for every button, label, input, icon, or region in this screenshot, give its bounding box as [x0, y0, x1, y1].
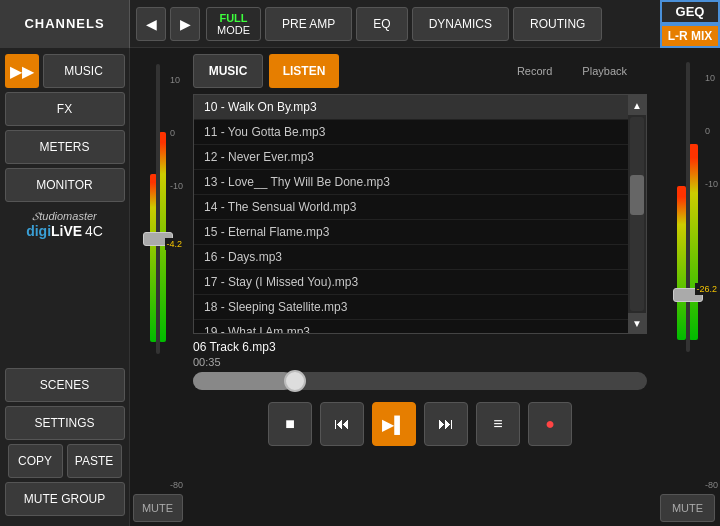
right-scale: 10 0 -10 — [705, 66, 718, 198]
monitor-button[interactable]: MONITOR — [5, 168, 125, 202]
play-icon: ▶▌ — [382, 415, 405, 434]
mute-group-button[interactable]: MUTE GROUP — [5, 482, 125, 516]
record-button[interactable]: ● — [528, 402, 572, 446]
full-mode-button[interactable]: FULL MODE — [206, 7, 261, 41]
scroll-up-button[interactable]: ▲ — [628, 95, 646, 115]
left-mute-button[interactable]: MUTE — [133, 494, 183, 522]
progress-bar[interactable] — [193, 372, 647, 390]
nav-arrows: ◀ ▶ — [130, 7, 206, 41]
eq-button[interactable]: EQ — [356, 7, 407, 41]
current-track-name: 06 Track 6.mp3 — [193, 340, 647, 354]
prev-icon: ⏮ — [334, 415, 350, 433]
progress-thumb[interactable] — [284, 370, 306, 392]
left-fader-track — [156, 64, 160, 354]
track-scrollbar: ▲ ▼ — [628, 95, 646, 333]
sidebar-bottom: SCENES SETTINGS COPY PASTE MUTE GROUP — [0, 368, 129, 520]
playback-controls: ■ ⏮ ▶▌ ⏭ ≡ ● — [185, 394, 655, 454]
music-label-button[interactable]: MUSIC — [193, 54, 263, 88]
track-list: 10 - Walk On By.mp311 - You Gotta Be.mp3… — [194, 95, 628, 333]
paste-button[interactable]: PASTE — [67, 444, 122, 478]
full-text: FULL — [219, 12, 247, 24]
next-button[interactable]: ⏭ — [424, 402, 468, 446]
scroll-down-button[interactable]: ▼ — [628, 313, 646, 333]
stop-icon: ■ — [285, 415, 295, 433]
copy-button[interactable]: COPY — [8, 444, 63, 478]
copy-paste-row: COPY PASTE — [8, 444, 122, 478]
track-item[interactable]: 13 - Love__ Thy Will Be Done.mp3 — [194, 170, 628, 195]
play-button[interactable]: ▶▶ — [5, 54, 39, 88]
track-item[interactable]: 11 - You Gotta Be.mp3 — [194, 120, 628, 145]
track-item[interactable]: 10 - Walk On By.mp3 — [194, 95, 628, 120]
left-db-label: -4.2 — [165, 238, 183, 250]
scenes-button[interactable]: SCENES — [5, 368, 125, 402]
nav-prev-button[interactable]: ◀ — [136, 7, 166, 41]
brand-logo: 𝓢tudiomaster digiLiVE 4C — [26, 210, 103, 239]
main-content: MUSIC LISTEN Record Playback 10 - Walk O… — [185, 48, 655, 526]
right-mute-button[interactable]: MUTE — [660, 494, 715, 522]
scroll-thumb[interactable] — [630, 175, 644, 215]
stop-button[interactable]: ■ — [268, 402, 312, 446]
now-playing: 06 Track 6.mp3 00:35 — [185, 334, 655, 394]
model-name: digiLiVE 4C — [26, 223, 103, 239]
music-top-button[interactable]: MUSIC — [43, 54, 125, 88]
track-item[interactable]: 15 - Eternal Flame.mp3 — [194, 220, 628, 245]
left-80-label: -80 — [170, 480, 183, 490]
left-fader-strip: 10 0 -10 -4.2 -80 MUTE — [130, 48, 185, 526]
listen-button[interactable]: LISTEN — [269, 54, 339, 88]
track-item[interactable]: 17 - Stay (I Missed You).mp3 — [194, 270, 628, 295]
player-header: MUSIC LISTEN Record Playback — [185, 48, 655, 94]
mode-text: MODE — [217, 24, 250, 36]
right-meter-R — [689, 144, 698, 340]
fx-button[interactable]: FX — [5, 92, 125, 126]
current-track-time: 00:35 — [193, 356, 647, 368]
track-list-container: 10 - Walk On By.mp311 - You Gotta Be.mp3… — [193, 94, 647, 334]
play-music-row: ▶▶ MUSIC — [5, 54, 125, 88]
progress-fill — [193, 372, 293, 390]
geq-button[interactable]: GEQ — [660, 0, 720, 24]
record-icon: ● — [545, 415, 555, 433]
brand-name: 𝓢tudiomaster — [26, 210, 103, 223]
routing-button[interactable]: ROUTING — [513, 7, 602, 41]
next-icon: ⏭ — [438, 415, 454, 433]
left-sidebar: ▶▶ MUSIC FX METERS MONITOR 𝓢tudiomaster … — [0, 48, 130, 526]
prev-button[interactable]: ⏮ — [320, 402, 364, 446]
nav-next-button[interactable]: ▶ — [170, 7, 200, 41]
channels-button[interactable]: CHANNELS — [0, 0, 130, 48]
preamp-button[interactable]: PRE AMP — [265, 7, 352, 41]
right-80-label: -80 — [705, 480, 718, 490]
track-item[interactable]: 14 - The Sensual World.mp3 — [194, 195, 628, 220]
right-fader-strip: 10 0 -10 -26.2 -80 MUTE — [655, 48, 720, 526]
left-scale: 10 0 -10 — [170, 68, 183, 200]
play-pause-button[interactable]: ▶▌ — [372, 402, 416, 446]
track-item[interactable]: 12 - Never Ever.mp3 — [194, 145, 628, 170]
lrmix-button[interactable]: L-R MIX — [660, 24, 720, 48]
settings-button[interactable]: SETTINGS — [5, 406, 125, 440]
track-item[interactable]: 19 - What I Am.mp3 — [194, 320, 628, 333]
playback-label: Playback — [582, 65, 627, 77]
right-fader-track — [686, 62, 690, 352]
right-db-label: -26.2 — [695, 283, 718, 295]
scroll-track — [630, 117, 644, 311]
track-item[interactable]: 16 - Days.mp3 — [194, 245, 628, 270]
meters-button[interactable]: METERS — [5, 130, 125, 164]
top-bar: CHANNELS ◀ ▶ FULL MODE PRE AMP EQ DYNAMI… — [0, 0, 720, 48]
menu-icon: ≡ — [493, 415, 502, 433]
main-layout: ▶▶ MUSIC FX METERS MONITOR 𝓢tudiomaster … — [0, 48, 720, 526]
track-item[interactable]: 18 - Sleeping Satellite.mp3 — [194, 295, 628, 320]
dynamics-button[interactable]: DYNAMICS — [412, 7, 509, 41]
record-label: Record — [517, 65, 552, 77]
menu-button[interactable]: ≡ — [476, 402, 520, 446]
record-playback-labels: Record Playback — [517, 65, 647, 77]
